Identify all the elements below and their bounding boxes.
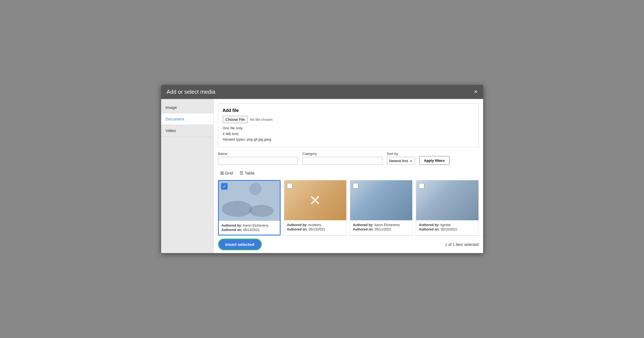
authored-on-label-1: Authored on: xyxy=(222,228,242,232)
no-file-text: No file chosen xyxy=(250,117,273,122)
checkbox-2[interactable] xyxy=(287,183,292,189)
media-thumbnail-3 xyxy=(350,180,412,220)
modal-body: Image Document Video Add file Choose Fil… xyxy=(161,99,483,253)
authored-on-value-1: 05/13/2021 xyxy=(243,228,260,232)
checkbox-3[interactable] xyxy=(353,183,358,189)
media-card-2[interactable]: Authored by: ecorkery Authored on: 05/13… xyxy=(284,180,347,235)
add-file-title: Add file xyxy=(223,108,474,113)
selected-count: 1 of 1 item selected xyxy=(445,242,478,247)
add-file-section: Add file Choose File No file chosen One … xyxy=(218,103,479,147)
filter-name-label: Name xyxy=(218,152,298,156)
authored-by-label-3: Authored by: xyxy=(353,223,374,227)
table-label: Table xyxy=(245,171,255,175)
sort-select-wrapper: Newest first Oldest first Name A-Z Name … xyxy=(387,157,415,165)
insert-selected-button[interactable]: Insert selected xyxy=(218,238,262,250)
table-icon: ☰ xyxy=(239,170,243,176)
media-card-info-1: Authored by: Aaron Etcheverry Authored o… xyxy=(219,221,280,235)
media-card-1[interactable]: ✓ Authored by: Aaron Etcheverry Authored… xyxy=(218,180,281,235)
file-input-row: Choose File No file chosen xyxy=(223,116,474,123)
authored-on-label-3: Authored on: xyxy=(353,227,374,231)
filter-category-group: Category xyxy=(302,152,382,165)
sidebar-item-document[interactable]: Document xyxy=(161,113,213,125)
media-card-info-3: Authored by: Aaron Etcheverry Authored o… xyxy=(350,220,412,234)
checkbox-selected-1[interactable]: ✓ xyxy=(221,183,228,190)
modal-title: Add or select media xyxy=(167,89,215,95)
filter-sort-label: Sort by xyxy=(387,152,415,156)
authored-by-label-2: Authored by: xyxy=(287,223,308,227)
modal-header: Add or select media × xyxy=(161,85,483,99)
filter-category-label: Category xyxy=(302,152,382,156)
authored-on-value-3: 05/11/2021 xyxy=(375,227,391,231)
authored-by-value-4: kgrube xyxy=(440,223,451,227)
grid-view-button[interactable]: ⊞ Grid xyxy=(218,169,235,177)
authored-by-label-4: Authored by: xyxy=(419,223,440,227)
file-info-line-3: Allowed types: png gif jpg jpeg. xyxy=(223,137,272,141)
authored-on-value-2: 05/13/2021 xyxy=(308,227,325,231)
sort-select[interactable]: Newest first Oldest first Name A-Z Name … xyxy=(387,157,415,165)
sidebar-item-video[interactable]: Video xyxy=(161,125,213,136)
media-card-3[interactable]: Authored by: Aaron Etcheverry Authored o… xyxy=(350,180,413,235)
modal-footer: Insert selected 1 of 1 item selected xyxy=(214,235,483,253)
file-info: One file only. 4 MB limit. Allowed types… xyxy=(223,125,474,143)
modal-close-button[interactable]: × xyxy=(474,89,478,95)
sidebar-item-image[interactable]: Image xyxy=(161,102,213,113)
media-thumbnail-4 xyxy=(416,180,478,220)
media-card-4[interactable]: Authored by: kgrube Authored on: 05/10/2… xyxy=(416,180,478,235)
authored-by-value-3: Aaron Etcheverry xyxy=(374,223,400,227)
media-card-info-4: Authored by: kgrube Authored on: 05/10/2… xyxy=(416,220,478,234)
authored-on-label-2: Authored on: xyxy=(287,227,308,231)
media-grid: ✓ Authored by: Aaron Etcheverry Authored… xyxy=(214,180,483,235)
table-view-button[interactable]: ☰ Table xyxy=(237,169,257,177)
file-info-line-1: One file only. xyxy=(223,126,243,130)
filters-row: Name Category Sort by Newest first Oldes… xyxy=(214,152,483,168)
grid-label: Grid xyxy=(225,171,233,175)
file-info-line-2: 4 MB limit. xyxy=(223,132,239,136)
authored-by-label-1: Authored by: xyxy=(222,224,242,227)
sidebar: Image Document Video xyxy=(161,99,214,253)
grid-icon: ⊞ xyxy=(220,170,224,176)
apply-filters-button[interactable]: Apply filters xyxy=(419,156,449,165)
authored-on-label-4: Authored on: xyxy=(419,227,440,231)
apply-filter-group: Apply filters xyxy=(419,156,449,165)
media-thumbnail-1 xyxy=(219,181,280,221)
filter-category-input[interactable] xyxy=(302,157,382,165)
media-card-info-2: Authored by: ecorkery Authored on: 05/13… xyxy=(284,220,346,234)
view-toggle-row: ⊞ Grid ☰ Table xyxy=(214,168,483,180)
checkbox-4[interactable] xyxy=(419,183,424,189)
filter-name-group: Name xyxy=(218,152,298,165)
authored-by-value-2: ecorkery xyxy=(308,223,321,227)
modal-container: Add or select media × Image Document Vid… xyxy=(161,85,483,253)
choose-file-button[interactable]: Choose File xyxy=(223,116,248,123)
filter-sort-group: Sort by Newest first Oldest first Name A… xyxy=(387,152,415,165)
media-thumbnail-2 xyxy=(284,180,346,220)
authored-on-value-4: 05/10/2021 xyxy=(441,227,457,231)
main-content: Add file Choose File No file chosen One … xyxy=(214,99,483,253)
authored-by-value-1: Aaron Etcheverry xyxy=(243,224,268,227)
filter-name-input[interactable] xyxy=(218,157,298,165)
